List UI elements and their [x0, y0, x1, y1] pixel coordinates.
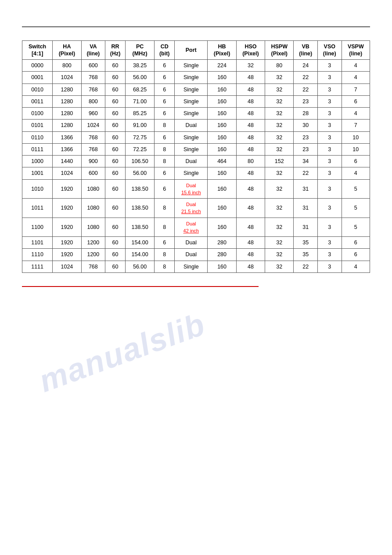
cell-rr: 60 — [105, 108, 126, 120]
cell-hspw: 32 — [265, 83, 294, 95]
cell-vspw: 4 — [342, 72, 370, 83]
cell-pc: 91.00 — [125, 120, 154, 131]
cell-port: Single — [175, 108, 208, 120]
cell-vb: 28 — [294, 108, 318, 120]
table-row: 11011920120060154.006Dual28048323536 — [22, 237, 370, 249]
col-header-switch: Switch[4:1] — [22, 40, 53, 60]
cell-cd: 6 — [155, 83, 175, 95]
bottom-divider — [22, 286, 259, 287]
cell-vso: 3 — [318, 131, 342, 143]
table-row: 100110246006056.006Single16048322234 — [22, 167, 370, 179]
cell-va: 1080 — [81, 218, 105, 237]
cell-hb: 160 — [208, 143, 236, 155]
cell-cd: 8 — [155, 143, 175, 155]
cell-hspw: 32 — [265, 261, 294, 272]
cell-ha: 1920 — [53, 237, 81, 249]
cell-hso: 48 — [236, 83, 265, 95]
cell-port: Dual — [175, 249, 208, 261]
cell-hspw: 32 — [265, 72, 294, 83]
cell-rr: 60 — [105, 60, 126, 72]
col-header-va: VA(line) — [81, 40, 105, 60]
cell-vso: 3 — [318, 199, 342, 218]
col-header-vb: VB(line) — [294, 40, 318, 60]
cell-ha: 1280 — [53, 120, 81, 131]
cell-vspw: 7 — [342, 83, 370, 95]
cell-cd: 8 — [155, 218, 175, 237]
cell-rr: 60 — [105, 179, 126, 199]
cell-vspw: 6 — [342, 156, 370, 167]
table-row: 10101920108060138.506Dual15.6 inch160483… — [22, 179, 370, 199]
cell-va: 600 — [81, 60, 105, 72]
cell-vspw: 4 — [342, 108, 370, 120]
cell-pc: 85.25 — [125, 108, 154, 120]
cell-va: 768 — [81, 83, 105, 95]
cell-vso: 3 — [318, 108, 342, 120]
cell-vb: 31 — [294, 179, 318, 199]
table-row: 001112808006071.006Single16048322336 — [22, 95, 370, 107]
cell-va: 1080 — [81, 199, 105, 218]
col-header-hspw: HSPW(Pixel) — [265, 40, 294, 60]
cell-va: 600 — [81, 167, 105, 179]
cell-va: 1080 — [81, 179, 105, 199]
cell-vb: 22 — [294, 72, 318, 83]
table-header-row: Switch[4:1] HA(Pixel) VA(line) RR(Hz) PC… — [22, 40, 370, 60]
cell-ha: 1024 — [53, 261, 81, 272]
cell-ha: 1920 — [53, 249, 81, 261]
cell-hb: 160 — [208, 72, 236, 83]
cell-cd: 6 — [155, 95, 175, 107]
cell-switch: 0100 — [22, 108, 53, 120]
cell-pc: 72.75 — [125, 131, 154, 143]
table-row: 010012809606085.256Single16048322834 — [22, 108, 370, 120]
cell-pc: 154.00 — [125, 249, 154, 261]
cell-pc: 68.25 — [125, 83, 154, 95]
cell-switch: 0111 — [22, 143, 53, 155]
cell-port: Single — [175, 60, 208, 72]
cell-switch: 1001 — [22, 167, 53, 179]
cell-cd: 6 — [155, 60, 175, 72]
cell-hspw: 32 — [265, 167, 294, 179]
cell-rr: 60 — [105, 199, 126, 218]
timing-table: Switch[4:1] HA(Pixel) VA(line) RR(Hz) PC… — [22, 40, 370, 273]
table-row: 0101128010246091.008Dual16048323037 — [22, 120, 370, 131]
cell-cd: 8 — [155, 199, 175, 218]
table-row: 11001920108060138.508Dual42 inch16048323… — [22, 218, 370, 237]
cell-va: 768 — [81, 131, 105, 143]
table-row: 10111920108060138.508Dual21.5 inch160483… — [22, 199, 370, 218]
col-header-port: Port — [175, 40, 208, 60]
cell-pc: 56.00 — [125, 261, 154, 272]
cell-hspw: 32 — [265, 218, 294, 237]
cell-port: Single — [175, 143, 208, 155]
cell-hspw: 32 — [265, 131, 294, 143]
cell-pc: 71.00 — [125, 95, 154, 107]
cell-switch: 0110 — [22, 131, 53, 143]
cell-ha: 1280 — [53, 108, 81, 120]
cell-hb: 160 — [208, 120, 236, 131]
cell-vb: 31 — [294, 199, 318, 218]
cell-port: Single — [175, 131, 208, 143]
cell-hb: 160 — [208, 95, 236, 107]
col-header-vspw: VSPW(line) — [342, 40, 370, 60]
cell-hso: 48 — [236, 95, 265, 107]
cell-vb: 23 — [294, 143, 318, 155]
cell-vspw: 5 — [342, 179, 370, 199]
cell-rr: 60 — [105, 237, 126, 249]
cell-rr: 60 — [105, 143, 126, 155]
cell-vso: 3 — [318, 120, 342, 131]
cell-switch: 1000 — [22, 156, 53, 167]
cell-cd: 6 — [155, 131, 175, 143]
cell-pc: 138.50 — [125, 199, 154, 218]
cell-cd: 8 — [155, 120, 175, 131]
table-row: 111110247686056.008Single16048322234 — [22, 261, 370, 272]
cell-switch: 0101 — [22, 120, 53, 131]
cell-vspw: 4 — [342, 261, 370, 272]
cell-vso: 3 — [318, 60, 342, 72]
cell-hso: 48 — [236, 199, 265, 218]
cell-hb: 280 — [208, 249, 236, 261]
cell-vspw: 4 — [342, 167, 370, 179]
cell-ha: 1024 — [53, 72, 81, 83]
cell-hso: 48 — [236, 179, 265, 199]
cell-va: 1200 — [81, 249, 105, 261]
cell-hspw: 80 — [265, 60, 294, 72]
cell-switch: 0011 — [22, 95, 53, 107]
cell-hso: 48 — [236, 237, 265, 249]
